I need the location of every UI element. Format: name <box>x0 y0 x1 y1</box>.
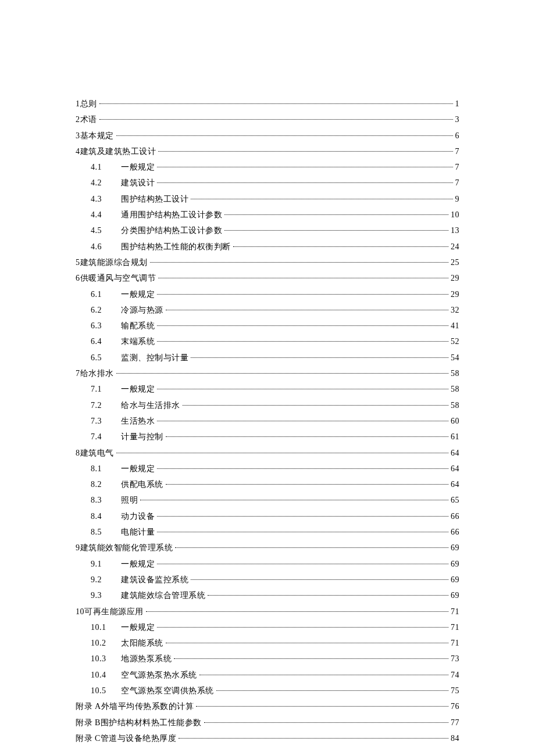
toc-leader-dots <box>158 278 448 278</box>
toc-number: 7.3 <box>91 413 121 429</box>
toc-page-number: 29 <box>450 270 459 286</box>
toc-entry: 9建筑能效智能化管理系统69 <box>76 540 459 556</box>
toc-page-number: 69 <box>450 572 459 587</box>
toc-number: 4.5 <box>91 223 121 238</box>
toc-title: 空气源热泵热水系统 <box>121 667 198 683</box>
toc-number: 4 <box>76 144 80 159</box>
toc-entry: 10.4空气源热泵热水系统74 <box>76 667 459 683</box>
toc-leader-dots <box>233 246 449 247</box>
toc-entry: 2术语3 <box>76 112 459 127</box>
toc-number: 8 <box>76 445 80 461</box>
toc-entry: 9.3建筑能效综合管理系统69 <box>76 587 459 603</box>
toc-title: 通用围护结构热工设计参数 <box>121 207 223 223</box>
toc-title: 太阳能系统 <box>121 635 165 651</box>
toc-number: 8.5 <box>91 524 121 540</box>
toc-number: 4.1 <box>91 159 121 175</box>
toc-leader-dots <box>224 214 448 215</box>
toc-title: 末端系统 <box>121 334 156 349</box>
toc-number: 7.1 <box>91 381 121 397</box>
toc-page-number: 58 <box>450 366 459 381</box>
toc-page-number: 64 <box>450 445 459 461</box>
toc-entry: 10可再生能源应用71 <box>76 604 459 619</box>
toc-title: 建筑能源综合规划 <box>80 255 149 270</box>
toc-entry: 5建筑能源综合规划25 <box>76 255 459 270</box>
toc-title: 一般规定 <box>121 461 156 476</box>
toc-page-number: 69 <box>450 540 459 556</box>
toc-title: 建筑能效综合管理系统 <box>121 587 206 603</box>
toc-page-number: 29 <box>450 286 459 302</box>
toc-number: 6.3 <box>91 318 121 334</box>
toc-page-number: 54 <box>450 350 459 366</box>
toc-title: 管道与设备绝热厚度 <box>101 730 178 746</box>
toc-number: 10.4 <box>91 667 121 683</box>
toc-title: 基本规定 <box>80 128 115 144</box>
toc-page-number: 66 <box>450 508 459 524</box>
toc-entry: 4建筑及建筑热工设计7 <box>76 144 459 159</box>
toc-number: 10.3 <box>91 651 121 667</box>
toc-number: 6.2 <box>91 302 121 318</box>
toc-leader-dots <box>157 627 448 628</box>
toc-leader-dots <box>179 738 448 739</box>
toc-page-number: 58 <box>450 397 459 413</box>
toc-leader-dots <box>146 611 449 612</box>
toc-page-number: 66 <box>450 524 459 540</box>
toc-title: 总则 <box>80 96 98 112</box>
toc-number: 4.4 <box>91 207 121 223</box>
toc-leader-dots <box>199 675 449 675</box>
toc-number: 9 <box>76 540 80 556</box>
toc-page-number: 52 <box>450 334 459 349</box>
toc-page-number: 24 <box>450 239 459 255</box>
toc-page-number: 74 <box>450 667 459 683</box>
toc-page-number: 61 <box>450 429 459 445</box>
toc-title: 给水排水 <box>80 366 115 381</box>
toc-number: 4.6 <box>91 239 121 255</box>
toc-entry: 7.2给水与生活排水58 <box>76 397 459 413</box>
toc-entry: 8.1一般规定64 <box>76 461 459 476</box>
toc-page-number: 73 <box>450 651 459 667</box>
toc-number: 9.1 <box>91 556 121 572</box>
toc-leader-dots <box>157 421 448 421</box>
toc-page-number: 9 <box>454 191 460 207</box>
toc-entry: 4.3围护结构热工设计9 <box>76 191 459 207</box>
toc-page-number: 32 <box>450 302 459 318</box>
toc-title: 术语 <box>80 112 98 127</box>
toc-title: 可再生能源应用 <box>84 604 145 619</box>
toc-title: 一般规定 <box>121 286 156 302</box>
toc-entry: 4.4通用围护结构热工设计参数10 <box>76 207 459 223</box>
toc-leader-dots <box>157 294 448 295</box>
toc-leader-dots <box>116 373 449 374</box>
toc-page-number: 71 <box>450 619 459 635</box>
toc-entry: 附录 A外墙平均传热系数的计算76 <box>76 698 459 714</box>
toc-page-number: 69 <box>450 556 459 572</box>
toc-leader-dots <box>157 325 448 326</box>
toc-number: 6.4 <box>91 334 121 349</box>
toc-title: 监测、控制与计量 <box>121 350 190 366</box>
toc-page-number: 7 <box>454 159 460 175</box>
toc-entry: 9.1一般规定69 <box>76 556 459 572</box>
toc-leader-dots <box>157 564 448 564</box>
toc-leader-dots <box>191 199 453 199</box>
toc-leader-dots <box>157 389 448 389</box>
toc-entry: 6.5监测、控制与计量54 <box>76 350 459 366</box>
toc-number: 2 <box>76 112 80 127</box>
toc-title: 照明 <box>121 492 139 508</box>
toc-leader-dots <box>157 532 448 532</box>
toc-title: 供配电系统 <box>121 476 165 492</box>
toc-entry: 6.2冷源与热源32 <box>76 302 459 318</box>
toc-title: 地源热泵系统 <box>121 651 173 667</box>
toc-number: 7.4 <box>91 429 121 445</box>
toc-leader-dots <box>140 500 448 500</box>
toc-leader-dots <box>158 151 453 152</box>
toc-page-number: 41 <box>450 318 459 334</box>
toc-leader-dots <box>183 405 449 406</box>
toc-page-number: 7 <box>454 144 460 159</box>
toc-entry: 10.1一般规定71 <box>76 619 459 635</box>
toc-page-number: 69 <box>450 587 459 603</box>
toc-page-number: 71 <box>450 635 459 651</box>
toc-number: 10.5 <box>91 683 121 698</box>
toc-leader-dots <box>166 484 449 485</box>
toc-title: 围护结构热工性能的权衡判断 <box>121 239 232 255</box>
toc-entry: 8.3照明65 <box>76 492 459 508</box>
toc-number: 1 <box>76 96 80 112</box>
toc-entry: 4.5分类围护结构热工设计参数13 <box>76 223 459 238</box>
